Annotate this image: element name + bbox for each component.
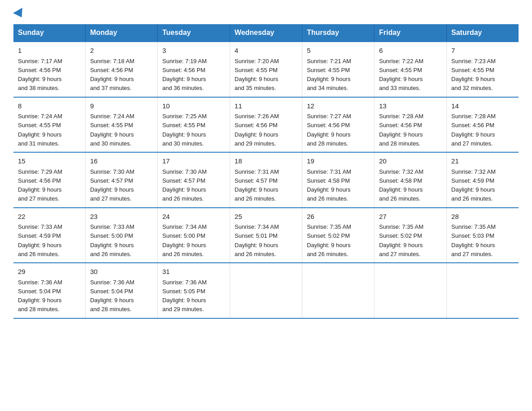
header-row: SundayMondayTuesdayWednesdayThursdayFrid… (13, 24, 519, 42)
day-info: Sunrise: 7:35 AMSunset: 5:02 PMDaylight:… (379, 223, 423, 257)
day-cell (446, 263, 519, 318)
day-number: 13 (379, 101, 442, 111)
day-number: 5 (307, 46, 369, 56)
day-number: 2 (90, 46, 153, 56)
day-info: Sunrise: 7:34 AMSunset: 5:01 PMDaylight:… (235, 223, 279, 257)
day-info: Sunrise: 7:24 AMSunset: 4:55 PMDaylight:… (18, 113, 62, 147)
week-row-2: 8Sunrise: 7:24 AMSunset: 4:55 PMDaylight… (13, 97, 519, 153)
day-cell: 16Sunrise: 7:30 AMSunset: 4:57 PMDayligh… (86, 152, 158, 208)
day-cell: 26Sunrise: 7:35 AMSunset: 5:02 PMDayligh… (302, 208, 374, 263)
header-wednesday: Wednesday (230, 24, 302, 42)
day-cell: 14Sunrise: 7:28 AMSunset: 4:56 PMDayligh… (446, 97, 519, 153)
day-cell: 23Sunrise: 7:33 AMSunset: 5:00 PMDayligh… (86, 208, 158, 263)
day-cell: 31Sunrise: 7:36 AMSunset: 5:05 PMDayligh… (158, 263, 230, 318)
day-number: 1 (18, 46, 81, 56)
day-cell: 30Sunrise: 7:36 AMSunset: 5:04 PMDayligh… (86, 263, 158, 318)
day-info: Sunrise: 7:25 AMSunset: 4:55 PMDaylight:… (162, 113, 206, 147)
day-info: Sunrise: 7:23 AMSunset: 4:55 PMDaylight:… (451, 58, 496, 92)
day-cell: 25Sunrise: 7:34 AMSunset: 5:01 PMDayligh… (230, 208, 302, 263)
day-cell: 21Sunrise: 7:32 AMSunset: 4:59 PMDayligh… (446, 152, 519, 208)
day-info: Sunrise: 7:28 AMSunset: 4:56 PMDaylight:… (451, 113, 496, 147)
day-cell: 11Sunrise: 7:26 AMSunset: 4:56 PMDayligh… (230, 97, 302, 153)
calendar-body: 1Sunrise: 7:17 AMSunset: 4:56 PMDaylight… (13, 42, 519, 318)
header-friday: Friday (374, 24, 446, 42)
week-row-1: 1Sunrise: 7:17 AMSunset: 4:56 PMDaylight… (13, 42, 519, 97)
day-number: 8 (18, 101, 81, 111)
day-cell: 18Sunrise: 7:31 AMSunset: 4:57 PMDayligh… (230, 152, 302, 208)
day-info: Sunrise: 7:30 AMSunset: 4:57 PMDaylight:… (162, 168, 206, 202)
day-info: Sunrise: 7:36 AMSunset: 5:04 PMDaylight:… (18, 279, 62, 313)
day-cell: 6Sunrise: 7:22 AMSunset: 4:55 PMDaylight… (374, 42, 446, 97)
day-info: Sunrise: 7:28 AMSunset: 4:56 PMDaylight:… (379, 113, 423, 147)
logo-arrow-icon (13, 8, 26, 20)
day-number: 30 (90, 267, 153, 277)
day-cell: 20Sunrise: 7:32 AMSunset: 4:58 PMDayligh… (374, 152, 446, 208)
day-cell: 3Sunrise: 7:19 AMSunset: 4:56 PMDaylight… (158, 42, 230, 97)
day-number: 7 (451, 46, 514, 56)
day-number: 21 (451, 156, 514, 167)
day-cell: 17Sunrise: 7:30 AMSunset: 4:57 PMDayligh… (158, 152, 230, 208)
day-info: Sunrise: 7:35 AMSunset: 5:03 PMDaylight:… (451, 223, 496, 257)
day-info: Sunrise: 7:35 AMSunset: 5:02 PMDaylight:… (307, 223, 351, 257)
day-number: 18 (235, 156, 297, 167)
day-info: Sunrise: 7:18 AMSunset: 4:56 PMDaylight:… (90, 58, 134, 92)
day-info: Sunrise: 7:32 AMSunset: 4:58 PMDaylight:… (379, 168, 423, 202)
day-number: 24 (162, 212, 225, 222)
day-info: Sunrise: 7:19 AMSunset: 4:56 PMDaylight:… (162, 58, 206, 92)
day-info: Sunrise: 7:29 AMSunset: 4:56 PMDaylight:… (18, 168, 62, 202)
day-cell: 4Sunrise: 7:20 AMSunset: 4:55 PMDaylight… (230, 42, 302, 97)
day-number: 14 (451, 101, 514, 111)
day-cell: 8Sunrise: 7:24 AMSunset: 4:55 PMDaylight… (13, 97, 86, 153)
calendar-table: SundayMondayTuesdayWednesdayThursdayFrid… (13, 24, 519, 319)
day-number: 12 (307, 101, 369, 111)
day-number: 23 (90, 212, 153, 222)
day-info: Sunrise: 7:24 AMSunset: 4:55 PMDaylight:… (90, 113, 134, 147)
day-number: 22 (18, 212, 81, 222)
day-number: 31 (162, 267, 225, 277)
day-cell: 7Sunrise: 7:23 AMSunset: 4:55 PMDaylight… (446, 42, 519, 97)
day-cell: 24Sunrise: 7:34 AMSunset: 5:00 PMDayligh… (158, 208, 230, 263)
week-row-4: 22Sunrise: 7:33 AMSunset: 4:59 PMDayligh… (13, 208, 519, 263)
day-number: 17 (162, 156, 225, 167)
day-cell: 15Sunrise: 7:29 AMSunset: 4:56 PMDayligh… (13, 152, 86, 208)
day-cell (302, 263, 374, 318)
day-cell: 13Sunrise: 7:28 AMSunset: 4:56 PMDayligh… (374, 97, 446, 153)
day-info: Sunrise: 7:22 AMSunset: 4:55 PMDaylight:… (379, 58, 423, 92)
day-number: 10 (162, 101, 225, 111)
day-number: 9 (90, 101, 153, 111)
day-cell: 2Sunrise: 7:18 AMSunset: 4:56 PMDaylight… (86, 42, 158, 97)
header-saturday: Saturday (446, 24, 519, 42)
day-cell: 10Sunrise: 7:25 AMSunset: 4:55 PMDayligh… (158, 97, 230, 153)
day-info: Sunrise: 7:20 AMSunset: 4:55 PMDaylight:… (235, 58, 279, 92)
day-cell: 1Sunrise: 7:17 AMSunset: 4:56 PMDaylight… (13, 42, 86, 97)
day-info: Sunrise: 7:31 AMSunset: 4:57 PMDaylight:… (235, 168, 279, 202)
day-cell: 27Sunrise: 7:35 AMSunset: 5:02 PMDayligh… (374, 208, 446, 263)
day-info: Sunrise: 7:33 AMSunset: 4:59 PMDaylight:… (18, 223, 62, 257)
day-cell: 9Sunrise: 7:24 AMSunset: 4:55 PMDaylight… (86, 97, 158, 153)
day-info: Sunrise: 7:32 AMSunset: 4:59 PMDaylight:… (451, 168, 496, 202)
week-row-5: 29Sunrise: 7:36 AMSunset: 5:04 PMDayligh… (13, 263, 519, 318)
day-number: 20 (379, 156, 442, 167)
day-cell: 12Sunrise: 7:27 AMSunset: 4:56 PMDayligh… (302, 97, 374, 153)
day-number: 3 (162, 46, 225, 56)
day-number: 15 (18, 156, 81, 167)
day-number: 29 (18, 267, 81, 277)
day-info: Sunrise: 7:27 AMSunset: 4:56 PMDaylight:… (307, 113, 351, 147)
day-number: 25 (235, 212, 297, 222)
day-cell (374, 263, 446, 318)
day-number: 4 (235, 46, 297, 56)
day-number: 6 (379, 46, 442, 56)
day-number: 26 (307, 212, 369, 222)
day-cell (230, 263, 302, 318)
day-info: Sunrise: 7:21 AMSunset: 4:55 PMDaylight:… (307, 58, 351, 92)
day-info: Sunrise: 7:34 AMSunset: 5:00 PMDaylight:… (162, 223, 206, 257)
day-info: Sunrise: 7:31 AMSunset: 4:58 PMDaylight:… (307, 168, 351, 202)
header-sunday: Sunday (13, 24, 86, 42)
day-number: 19 (307, 156, 369, 167)
page-header (13, 9, 519, 15)
day-info: Sunrise: 7:36 AMSunset: 5:05 PMDaylight:… (162, 279, 206, 313)
logo (13, 9, 26, 15)
day-info: Sunrise: 7:30 AMSunset: 4:57 PMDaylight:… (90, 168, 134, 202)
day-cell: 5Sunrise: 7:21 AMSunset: 4:55 PMDaylight… (302, 42, 374, 97)
day-info: Sunrise: 7:26 AMSunset: 4:56 PMDaylight:… (235, 113, 279, 147)
